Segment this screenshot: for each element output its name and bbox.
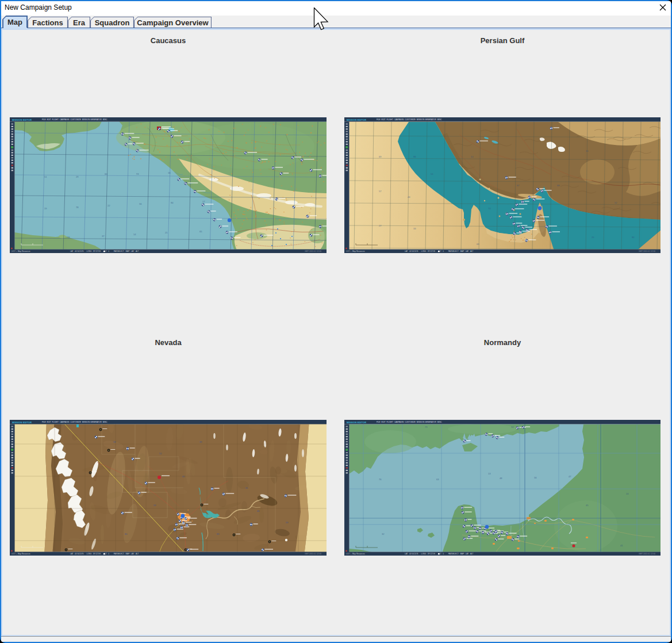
svg-text:MISSION EDITOR: MISSION EDITOR — [347, 119, 366, 121]
svg-text:56: 56 — [139, 202, 142, 205]
svg-text:16: 16 — [168, 171, 171, 174]
svg-text:Map Resources: Map Resources — [352, 553, 365, 555]
svg-text:0437 +: 0437 + — [346, 250, 352, 252]
svg-text:45: 45 — [182, 475, 185, 478]
svg-text:37: 37 — [102, 235, 105, 238]
svg-text:79: 79 — [425, 426, 428, 428]
svg-text:FILE EDIT FLIGHT CAMPAIGN: FILE EDIT FLIGHT CAMPAIGN CUSTOMIZE MISS… — [42, 118, 107, 121]
svg-text:14: 14 — [133, 233, 136, 236]
svg-text:94: 94 — [511, 426, 514, 428]
svg-text:53: 53 — [431, 173, 433, 175]
svg-text:76: 76 — [379, 478, 382, 481]
svg-text:63: 63 — [436, 478, 439, 481]
svg-text:GMT 2011.6.1 12:00: GMT 2011.6.1 12:00 — [305, 553, 321, 555]
svg-text:93: 93 — [136, 173, 139, 175]
svg-text:0437 +: 0437 + — [346, 553, 352, 555]
svg-text:56: 56 — [534, 476, 537, 479]
svg-text:FILE EDIT FLIGHT CAMPAIGN: FILE EDIT FLIGHT CAMPAIGN CUSTOMIZE MISS… — [377, 421, 442, 423]
svg-text:MISSION EDITOR: MISSION EDITOR — [347, 422, 366, 424]
svg-text:44: 44 — [408, 196, 410, 198]
svg-text:22: 22 — [107, 204, 110, 207]
svg-text:32: 32 — [382, 533, 385, 535]
svg-text:GMT 2011.6.1 12:00: GMT 2011.6.1 12:00 — [305, 250, 321, 252]
svg-text:17: 17 — [202, 200, 205, 203]
svg-text:GMT 2011.6.1 12:00: GMT 2011.6.1 12:00 — [639, 250, 655, 252]
svg-text:80: 80 — [125, 533, 128, 535]
svg-text:83: 83 — [217, 533, 220, 535]
svg-text:33: 33 — [413, 227, 416, 230]
svg-text:87: 87 — [517, 184, 520, 187]
svg-text:27: 27 — [379, 224, 382, 227]
svg-text:51: 51 — [44, 175, 47, 178]
svg-text:58: 58 — [113, 441, 116, 443]
svg-text:10: 10 — [471, 155, 474, 158]
svg-text:59: 59 — [153, 504, 156, 507]
svg-text:0437 +: 0437 + — [11, 250, 17, 252]
svg-text:39: 39 — [199, 441, 202, 443]
svg-text:MISSION EDITOR: MISSION EDITOR — [12, 422, 32, 424]
svg-text:60: 60 — [105, 173, 107, 175]
svg-text:78: 78 — [76, 206, 79, 209]
svg-text:0437 +: 0437 + — [11, 553, 17, 555]
svg-text:69: 69 — [379, 155, 382, 158]
svg-text:MISSION EDITOR: MISSION EDITOR — [12, 119, 32, 121]
svg-text:52: 52 — [159, 452, 162, 455]
svg-text:20: 20 — [592, 236, 594, 239]
svg-text:84: 84 — [171, 201, 174, 204]
svg-text:31: 31 — [245, 487, 248, 489]
svg-text:48: 48 — [500, 477, 502, 480]
svg-text:74: 74 — [488, 207, 491, 210]
svg-text:Map Resources: Map Resources — [18, 553, 30, 555]
svg-text:29: 29 — [76, 175, 79, 178]
svg-text:52: 52 — [615, 201, 617, 204]
svg-text:13: 13 — [488, 472, 491, 475]
svg-text:88: 88 — [413, 155, 416, 158]
svg-text:47: 47 — [569, 475, 571, 478]
svg-text:21: 21 — [165, 231, 168, 234]
svg-text:65: 65 — [199, 230, 202, 233]
svg-text:FILE EDIT FLIGHT CAMPAIGN: FILE EDIT FLIGHT CAMPAIGN CUSTOMIZE MISS… — [377, 118, 442, 121]
svg-text:88: 88 — [557, 184, 560, 187]
svg-text:45: 45 — [586, 504, 589, 507]
svg-text:Map Resources: Map Resources — [18, 250, 30, 252]
svg-text:74: 74 — [67, 236, 70, 239]
svg-text:19: 19 — [44, 207, 47, 210]
svg-text:46: 46 — [257, 510, 260, 512]
svg-text:Map Resources: Map Resources — [352, 250, 365, 252]
svg-text:15: 15 — [586, 150, 589, 152]
svg-text:59: 59 — [286, 521, 289, 524]
svg-text:GMT 2011.6.1 12:00: GMT 2011.6.1 12:00 — [639, 553, 655, 555]
svg-text:24: 24 — [626, 492, 629, 495]
svg-text:41: 41 — [620, 544, 623, 547]
svg-text:69: 69 — [477, 243, 479, 246]
svg-text:80: 80 — [632, 236, 635, 239]
svg-text:57: 57 — [379, 190, 382, 193]
svg-text:FILE EDIT FLIGHT CAMPAIGN: FILE EDIT FLIGHT CAMPAIGN CUSTOMIZE MISS… — [42, 421, 107, 423]
